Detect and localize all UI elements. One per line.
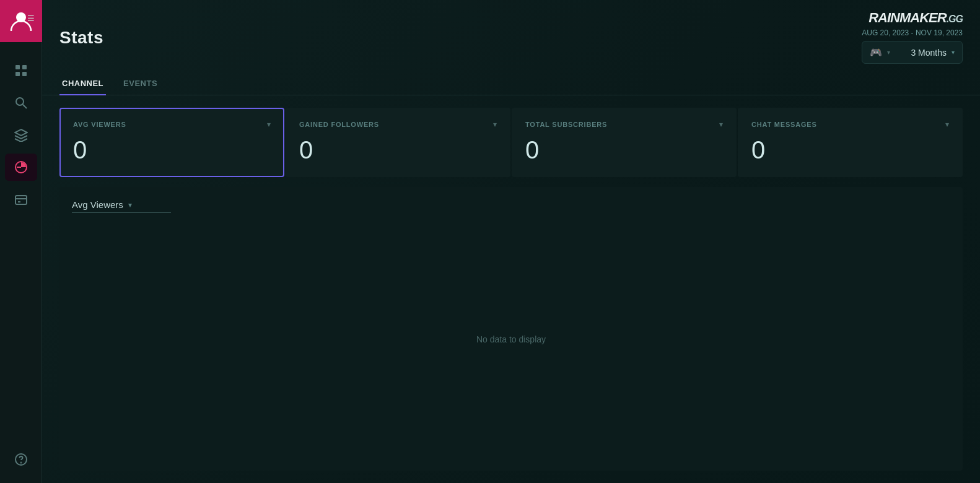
chart-body: No data to display xyxy=(72,218,950,461)
stat-card-label-gained-followers: GAINED FOLLOWERS xyxy=(299,121,379,128)
stat-card-header: CHAT MESSAGES ▾ xyxy=(751,120,949,129)
brand-logo: RAINMAKER.GG xyxy=(868,11,963,25)
sidebar: ☰ xyxy=(0,0,42,483)
svg-point-5 xyxy=(16,98,24,105)
stat-card-header: AVG VIEWERS ▾ xyxy=(73,120,271,129)
period-selector[interactable]: 🎮 ▾ 3 Months ▾ xyxy=(862,41,963,64)
stat-card-label-avg-viewers: AVG VIEWERS xyxy=(73,121,126,128)
page-title: Stats xyxy=(59,28,103,48)
sidebar-item-search[interactable] xyxy=(5,89,37,116)
brand-name: RAINMAKER xyxy=(868,10,946,25)
svg-rect-4 xyxy=(22,72,27,76)
stat-card-value-chat-messages: 0 xyxy=(751,137,949,162)
stat-card-chevron-gained-followers: ▾ xyxy=(493,120,497,129)
period-selector-chevron-left: ▾ xyxy=(887,49,890,56)
stat-card-gained-followers[interactable]: GAINED FOLLOWERS ▾ 0 xyxy=(286,108,510,177)
chart-header: Avg Viewers ▾ xyxy=(72,197,950,213)
sidebar-bottom xyxy=(5,446,37,483)
stat-card-label-total-subscribers: TOTAL SUBSCRIBERS xyxy=(525,121,607,128)
header: Stats RAINMAKER.GG AUG 20, 2023 - NOV 19… xyxy=(42,0,980,72)
search-icon xyxy=(14,96,28,110)
sidebar-logo[interactable]: ☰ xyxy=(0,0,42,42)
stat-card-chevron-chat-messages: ▾ xyxy=(945,120,949,129)
sidebar-item-dashboard[interactable] xyxy=(5,57,37,84)
stat-card-label-chat-messages: CHAT MESSAGES xyxy=(751,121,817,128)
stat-card-value-gained-followers: 0 xyxy=(299,137,497,162)
sidebar-item-stats[interactable] xyxy=(5,154,37,181)
date-range-label: AUG 20, 2023 - NOV 19, 2023 xyxy=(862,28,963,37)
period-selector-text: 3 Months xyxy=(898,48,947,58)
grid-icon xyxy=(14,64,28,77)
chart-area: Avg Viewers ▾ No data to display xyxy=(59,187,963,471)
brand-sub: .GG xyxy=(947,14,963,24)
stat-card-header: TOTAL SUBSCRIBERS ▾ xyxy=(525,120,723,129)
tabs-bar: CHANNEL EVENTS xyxy=(42,72,980,95)
stats-cards: AVG VIEWERS ▾ 0 GAINED FOLLOWERS ▾ 0 TOT… xyxy=(59,108,963,177)
stat-card-chevron-total-subscribers: ▾ xyxy=(719,120,723,129)
sidebar-item-layers[interactable] xyxy=(5,121,37,149)
tab-channel[interactable]: CHANNEL xyxy=(59,72,106,95)
stat-card-header: GAINED FOLLOWERS ▾ xyxy=(299,120,497,129)
stat-card-value-total-subscribers: 0 xyxy=(525,137,723,162)
stat-card-chat-messages[interactable]: CHAT MESSAGES ▾ 0 xyxy=(738,108,963,177)
header-right: RAINMAKER.GG AUG 20, 2023 - NOV 19, 2023… xyxy=(862,11,963,64)
svg-rect-10 xyxy=(15,196,27,204)
tab-events[interactable]: EVENTS xyxy=(121,72,160,95)
svg-marker-7 xyxy=(15,129,27,136)
svg-rect-3 xyxy=(15,72,20,76)
game-controller-icon: 🎮 xyxy=(870,46,882,58)
svg-line-6 xyxy=(22,105,27,109)
menu-icon: ☰ xyxy=(27,14,35,23)
billing-icon xyxy=(14,193,28,206)
main-content: Stats RAINMAKER.GG AUG 20, 2023 - NOV 19… xyxy=(42,0,980,483)
stat-card-avg-viewers[interactable]: AVG VIEWERS ▾ 0 xyxy=(59,108,284,177)
chart-icon xyxy=(14,160,28,174)
no-data-label: No data to display xyxy=(476,334,546,344)
sidebar-item-help[interactable] xyxy=(5,446,37,473)
stat-card-total-subscribers[interactable]: TOTAL SUBSCRIBERS ▾ 0 xyxy=(512,108,737,177)
sidebar-item-billing[interactable] xyxy=(5,186,37,213)
stat-card-value-avg-viewers: 0 xyxy=(73,137,271,162)
help-icon xyxy=(14,453,28,466)
sidebar-navigation xyxy=(5,52,37,446)
date-range: AUG 20, 2023 - NOV 19, 2023 🎮 ▾ 3 Months… xyxy=(862,28,963,64)
chart-dropdown-chevron: ▾ xyxy=(128,201,132,209)
svg-point-14 xyxy=(20,463,21,463)
header-controls: AUG 20, 2023 - NOV 19, 2023 🎮 ▾ 3 Months… xyxy=(862,28,963,64)
stat-card-chevron-avg-viewers: ▾ xyxy=(267,120,271,129)
svg-rect-2 xyxy=(22,65,27,69)
content-area: AVG VIEWERS ▾ 0 GAINED FOLLOWERS ▾ 0 TOT… xyxy=(42,95,980,483)
chart-dropdown[interactable]: Avg Viewers ▾ xyxy=(72,197,171,213)
svg-rect-1 xyxy=(15,65,20,69)
period-selector-chevron-right: ▾ xyxy=(952,49,955,56)
layers-icon xyxy=(14,128,28,142)
chart-dropdown-text: Avg Viewers xyxy=(72,199,123,210)
